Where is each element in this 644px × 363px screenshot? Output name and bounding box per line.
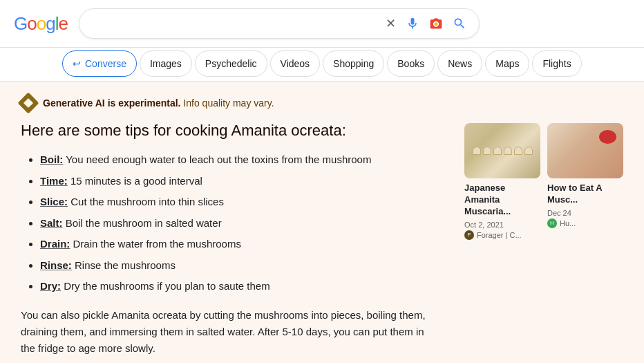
images-tab-label: Images: [150, 58, 182, 69]
nav-tabs: ↩ Converse Images Psychedelic Videos Sho…: [0, 48, 644, 82]
ai-notice: Generative AI is experimental. Info qual…: [21, 95, 451, 111]
ai-tips-list: Boil: You need enough water to leach out…: [21, 152, 451, 295]
search-bar: how to cook amanita ocreata ✕: [79, 8, 480, 39]
tab-flights[interactable]: Flights: [532, 50, 581, 77]
card-2-source-icon: H: [547, 218, 557, 228]
tip-text: Boil the mushroom in salted water: [66, 217, 222, 229]
clear-button[interactable]: ✕: [384, 15, 397, 32]
tab-shopping[interactable]: Shopping: [323, 50, 384, 77]
tip-label: Salt:: [40, 217, 63, 229]
camera-icon: [429, 17, 443, 30]
image-search-button[interactable]: [428, 15, 444, 32]
tab-videos[interactable]: Videos: [270, 50, 321, 77]
tip-label: Rinse:: [40, 259, 72, 271]
tab-maps[interactable]: Maps: [485, 50, 529, 77]
tip-text: You need enough water to leach out the t…: [66, 153, 371, 165]
mushroom-visual: [467, 141, 538, 160]
result-card-1[interactable]: Japanese Amanita Muscaria... Oct 2, 2021…: [464, 123, 540, 357]
list-item: Drain: Drain the water from the mushroom…: [40, 236, 451, 252]
search-icons: ✕: [384, 15, 468, 32]
tab-converse[interactable]: ↩ Converse: [62, 50, 137, 77]
tab-books[interactable]: Books: [387, 50, 435, 77]
search-button[interactable]: [451, 15, 468, 32]
search-input[interactable]: how to cook amanita ocreata: [91, 17, 377, 30]
ai-diamond-icon: [17, 92, 39, 113]
header: Google how to cook amanita ocreata ✕: [0, 0, 644, 48]
tab-psychedelic[interactable]: Psychedelic: [195, 50, 267, 77]
tip-text: Cut the mushroom into thin slices: [70, 196, 224, 207]
result-card-2[interactable]: How to Eat A Musc... Dec 24 H Hu...: [547, 123, 623, 357]
converse-tab-label: Converse: [85, 58, 126, 69]
card-1-source: F Forager | C...: [464, 230, 540, 240]
card-2-image: [547, 123, 623, 178]
books-tab-label: Books: [397, 58, 424, 69]
tab-news[interactable]: News: [437, 50, 482, 77]
videos-tab-label: Videos: [281, 58, 310, 69]
card-1-source-icon: F: [464, 230, 474, 240]
list-item: Dry: Dry the mushrooms if you plan to sa…: [40, 279, 451, 295]
close-icon: ✕: [386, 16, 396, 31]
card-1-source-text: Forager | C...: [477, 231, 522, 239]
maps-tab-label: Maps: [495, 58, 519, 69]
tip-label: Dry:: [40, 280, 61, 292]
list-item: Slice: Cut the mushroom into thin slices: [40, 194, 451, 210]
list-item: Rinse: Rinse the mushrooms: [40, 258, 451, 274]
card-2-title: How to Eat A Musc...: [547, 183, 623, 206]
list-item: Salt: Boil the mushroom in salted water: [40, 216, 451, 232]
ai-notice-text: Generative AI is experimental. Info qual…: [43, 97, 274, 109]
tip-label: Slice:: [40, 196, 68, 207]
card-2-date: Dec 24: [547, 209, 623, 217]
main-content: Generative AI is experimental. Info qual…: [0, 82, 644, 363]
card-2-source: H Hu...: [547, 218, 623, 228]
mic-icon: [406, 17, 419, 30]
converse-tab-icon: ↩: [73, 58, 81, 69]
card-2-source-text: Hu...: [560, 219, 576, 227]
shopping-tab-label: Shopping: [333, 58, 374, 69]
ai-notice-bold: Generative AI is experimental.: [43, 97, 180, 109]
list-item: Time: 15 minutes is a good interval: [40, 174, 451, 189]
google-logo: Google: [14, 13, 68, 35]
side-cards: Japanese Amanita Muscaria... Oct 2, 2021…: [464, 95, 623, 357]
voice-search-button[interactable]: [404, 15, 421, 32]
tip-text: Dry the mushrooms if you plan to saute t…: [64, 280, 269, 292]
psychedelic-tab-label: Psychedelic: [205, 58, 257, 69]
ai-title: Here are some tips for cooking Amanita o…: [21, 122, 451, 140]
flights-tab-label: Flights: [542, 58, 571, 69]
tip-label: Drain:: [40, 238, 70, 250]
tip-text: Rinse the mushrooms: [75, 259, 176, 271]
list-item: Boil: You need enough water to leach out…: [40, 152, 451, 168]
red-spot-visual: [599, 130, 616, 144]
tip-label: Boil:: [40, 153, 63, 165]
card-1-image: [464, 123, 540, 178]
search-icon: [453, 17, 466, 30]
tip-label: Time:: [40, 175, 68, 187]
ai-panel: Generative AI is experimental. Info qual…: [21, 95, 451, 357]
card-1-date: Oct 2, 2021: [464, 221, 540, 229]
ai-paragraph: You can also pickle Amanita ocreata by c…: [21, 307, 435, 357]
ai-notice-rest: Info quality may vary.: [180, 97, 274, 109]
news-tab-label: News: [448, 58, 472, 69]
card-1-title: Japanese Amanita Muscaria...: [464, 183, 540, 218]
tip-text: Drain the water from the mushrooms: [73, 238, 241, 250]
tab-images[interactable]: Images: [140, 50, 192, 77]
tip-text: 15 minutes is a good interval: [70, 175, 202, 187]
